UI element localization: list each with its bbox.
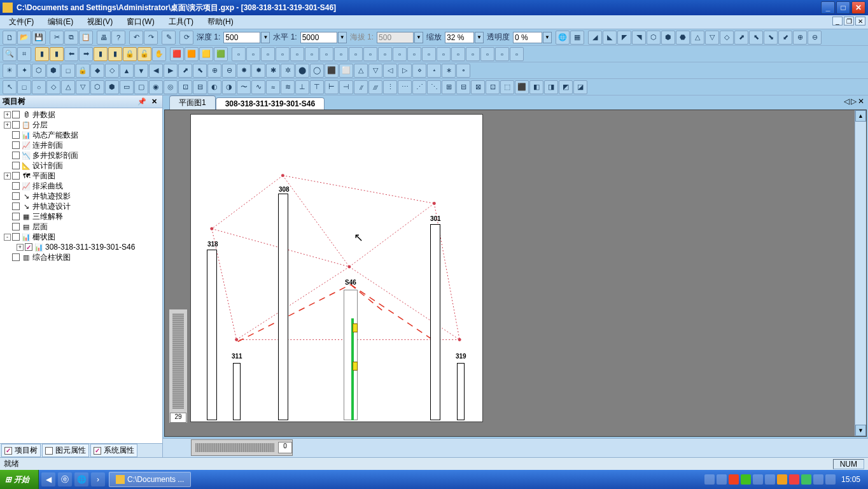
tb4-btn-8-icon[interactable]: ▭ [120, 80, 134, 94]
tb3-btn-30-icon[interactable]: ∗ [442, 64, 456, 78]
tb4-btn-30-icon[interactable]: ⊞ [442, 80, 456, 94]
mdi-restore-button[interactable]: ❐ [844, 17, 854, 25]
tb4-btn-1-icon[interactable]: □ [17, 80, 31, 94]
layer1-icon[interactable]: ▮ [35, 47, 49, 61]
lock-icon[interactable]: 🔒 [123, 47, 137, 61]
tree-checkbox[interactable] [12, 152, 20, 159]
menu-edit[interactable]: 编辑(E) [43, 15, 78, 29]
tb4-btn-26-icon[interactable]: ⋮ [383, 80, 397, 94]
paste-icon[interactable]: 📋 [79, 31, 93, 45]
tb3-btn-19-icon[interactable]: ✲ [281, 64, 295, 78]
scroll-up-icon[interactable]: ▲ [855, 110, 866, 122]
menu-view[interactable]: 视图(V) [82, 15, 118, 29]
tb4-btn-3-icon[interactable]: ◇ [46, 80, 60, 94]
tb2-btn-2-icon[interactable]: ▫ [261, 47, 275, 61]
tb3-btn-17-icon[interactable]: ✹ [251, 64, 265, 78]
tray-clock[interactable]: 15:05 [837, 475, 864, 484]
brush-icon[interactable]: ✎ [162, 31, 176, 45]
tree-item-7[interactable]: 📈排采曲线 [0, 181, 162, 191]
tb4-btn-5-icon[interactable]: ▽ [76, 80, 90, 94]
tb3-btn-22-icon[interactable]: ⬛ [325, 64, 339, 78]
tb3-btn-7-icon[interactable]: ◇ [105, 64, 119, 78]
taskbar-app[interactable]: C:\Documents ... [109, 472, 191, 487]
menu-help[interactable]: 帮助(H) [202, 15, 239, 29]
tb3-btn-1-icon[interactable]: ✦ [17, 64, 31, 78]
tb4-btn-0-icon[interactable]: ↖ [3, 80, 17, 94]
tb2-btn-14-icon[interactable]: ▫ [437, 47, 451, 61]
save-icon[interactable]: 💾 [32, 31, 46, 45]
well-bar-311[interactable] [233, 363, 241, 420]
tray-icon-1[interactable] [704, 474, 715, 485]
tb3-btn-28-icon[interactable]: ⋄ [412, 64, 426, 78]
tb4-btn-28-icon[interactable]: ⋰ [412, 80, 426, 94]
tb3-btn-26-icon[interactable]: ◁ [383, 64, 397, 78]
tb4-btn-7-icon[interactable]: ⬢ [105, 80, 119, 94]
layer2-icon[interactable]: ▮ [50, 47, 64, 61]
horiz-dropdown-icon[interactable]: ▼ [338, 32, 347, 43]
tb4-btn-27-icon[interactable]: ⋯ [398, 80, 412, 94]
tb3-btn-20-icon[interactable]: ⬤ [295, 64, 309, 78]
tb4-btn-32-icon[interactable]: ⊠ [471, 80, 485, 94]
depth-dropdown-icon[interactable]: ▼ [261, 32, 270, 43]
quick-launch-1-icon[interactable]: ◀ [41, 472, 55, 486]
tb3-btn-11-icon[interactable]: ▶ [164, 64, 178, 78]
start-button[interactable]: ⊞开始 [0, 470, 39, 489]
tb2-btn-15-icon[interactable]: ▫ [451, 47, 465, 61]
tb4-btn-15-icon[interactable]: ◑ [222, 80, 236, 94]
tb4-btn-38-icon[interactable]: ◩ [559, 80, 573, 94]
tb4-btn-21-icon[interactable]: ⊤ [310, 80, 324, 94]
opacity-dropdown-icon[interactable]: ▼ [543, 32, 552, 43]
tb2-btn-3-icon[interactable]: ▫ [276, 47, 290, 61]
doc-tab-plan[interactable]: 平面图1 [169, 96, 216, 110]
tree-expand-icon[interactable]: + [17, 244, 24, 251]
tray-icon-6[interactable] [765, 474, 775, 485]
doctab-next-icon[interactable]: ▷ [851, 97, 857, 106]
tb3-btn-15-icon[interactable]: ⊖ [222, 64, 236, 78]
tb3-btn-3-icon[interactable]: ⬢ [46, 64, 60, 78]
tb2-btn-9-icon[interactable]: ▫ [363, 47, 377, 61]
tray-icon-4[interactable] [741, 474, 751, 485]
tab-system-props[interactable]: ✓系统属性 [90, 444, 137, 457]
tray-icon-10[interactable] [813, 474, 823, 485]
tray-icon-8[interactable] [789, 474, 799, 485]
tool-g-icon[interactable]: ⬣ [676, 31, 690, 45]
vertical-scrollbar[interactable]: ▲ ▼ [855, 110, 866, 436]
tb2-btn-16-icon[interactable]: ▫ [466, 47, 480, 61]
tb3-btn-10-icon[interactable]: ◀ [149, 64, 163, 78]
tray-icon-2[interactable] [717, 474, 727, 485]
tool-m-icon[interactable]: ⬊ [764, 31, 778, 45]
tb4-btn-18-icon[interactable]: ≈ [266, 80, 280, 94]
tree-checkbox[interactable]: ✓ [25, 243, 32, 251]
tab-project-tree[interactable]: ✓项目树 [1, 444, 41, 457]
zoomwin-icon[interactable]: ⌗ [17, 47, 31, 61]
tb3-btn-9-icon[interactable]: ▼ [134, 64, 148, 78]
tb3-btn-21-icon[interactable]: ◯ [310, 64, 324, 78]
tb4-btn-6-icon[interactable]: ⬡ [90, 80, 104, 94]
tree-checkbox[interactable] [12, 192, 20, 200]
tb4-btn-25-icon[interactable]: ⫻ [368, 80, 382, 94]
zoom-dropdown-icon[interactable]: ▼ [475, 32, 484, 43]
scroll-down-icon[interactable]: ▼ [855, 425, 866, 436]
print-icon[interactable]: 🖶 [97, 31, 111, 45]
tb3-btn-25-icon[interactable]: ▽ [368, 64, 382, 78]
tb4-btn-13-icon[interactable]: ⊟ [193, 80, 207, 94]
project-tree[interactable]: +🛢井数据+📋分层📊动态产能数据📈连井剖面📉多井投影剖面📐设计剖面+🗺平面图📈排… [0, 108, 162, 443]
tb4-btn-35-icon[interactable]: ⬛ [515, 80, 529, 94]
doc-tab-fence[interactable]: 308-318-311-319-301-S46 [216, 97, 325, 110]
tb2-btn-10-icon[interactable]: ▫ [378, 47, 392, 61]
tb3-btn-29-icon[interactable]: ⋆ [427, 64, 441, 78]
tb4-btn-19-icon[interactable]: ≋ [281, 80, 295, 94]
quick-launch-2-icon[interactable]: ⓔ [58, 472, 72, 486]
tb3-btn-2-icon[interactable]: ⬡ [32, 64, 46, 78]
tree-expand-icon[interactable]: + [4, 173, 11, 180]
opacity-input[interactable] [513, 32, 542, 43]
refresh-icon[interactable]: ⟳ [179, 31, 193, 45]
tool-k-icon[interactable]: ⬈ [734, 31, 748, 45]
layer6-icon[interactable]: ▮ [108, 47, 122, 61]
tool-j-icon[interactable]: ◇ [720, 31, 734, 45]
tool-o-icon[interactable]: ⊕ [793, 31, 807, 45]
tree-item-3[interactable]: 📈连井剖面 [0, 140, 162, 150]
mdi-close-button[interactable]: ✕ [855, 17, 865, 25]
canvas-viewport[interactable]: 29 [165, 110, 855, 436]
tab-element-props[interactable]: 图元属性 [42, 444, 89, 457]
